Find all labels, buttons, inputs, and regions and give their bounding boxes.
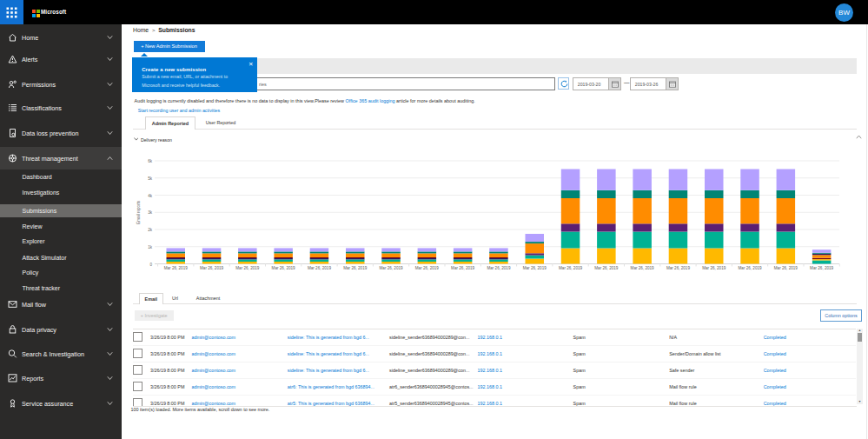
- svg-text:Mar 26, 2019: Mar 26, 2019: [739, 266, 763, 270]
- svg-text:Mar 26, 2019: Mar 26, 2019: [343, 266, 368, 270]
- svg-text:Mar 26, 2019: Mar 26, 2019: [631, 266, 655, 270]
- svg-text:Mar 26, 2019: Mar 26, 2019: [594, 266, 619, 270]
- svg-text:5k: 5k: [148, 176, 153, 181]
- svg-text:Email reports: Email reports: [136, 200, 141, 224]
- svg-text:Mar 26, 2019: Mar 26, 2019: [774, 266, 798, 270]
- svg-text:Mar 26, 2019: Mar 26, 2019: [380, 266, 404, 270]
- svg-text:Mar 26, 2019: Mar 26, 2019: [415, 266, 440, 270]
- svg-text:Mar 26, 2019: Mar 26, 2019: [235, 266, 260, 270]
- svg-text:1k: 1k: [148, 245, 153, 249]
- svg-text:4k: 4k: [148, 194, 153, 198]
- svg-text:3k: 3k: [148, 210, 153, 215]
- svg-text:Mar 26, 2019: Mar 26, 2019: [164, 266, 189, 270]
- svg-text:Mar 26, 2019: Mar 26, 2019: [810, 266, 834, 270]
- svg-text:Mar 26, 2019: Mar 26, 2019: [451, 266, 475, 270]
- svg-text:6k: 6k: [148, 159, 153, 163]
- svg-text:Mar 26, 2019: Mar 26, 2019: [308, 266, 332, 270]
- svg-text:Mar 26, 2019: Mar 26, 2019: [702, 266, 726, 270]
- svg-text:Mar 26, 2019: Mar 26, 2019: [487, 266, 511, 270]
- svg-text:Mar 26, 2019: Mar 26, 2019: [559, 266, 583, 270]
- svg-text:2k: 2k: [148, 228, 153, 232]
- svg-text:Mar 26, 2019: Mar 26, 2019: [666, 266, 691, 270]
- svg-text:Mar 26, 2019: Mar 26, 2019: [523, 266, 547, 270]
- svg-text:Mar 26, 2019: Mar 26, 2019: [200, 266, 224, 270]
- svg-text:Mar 26, 2019: Mar 26, 2019: [272, 266, 296, 270]
- svg-text:0: 0: [149, 263, 152, 267]
